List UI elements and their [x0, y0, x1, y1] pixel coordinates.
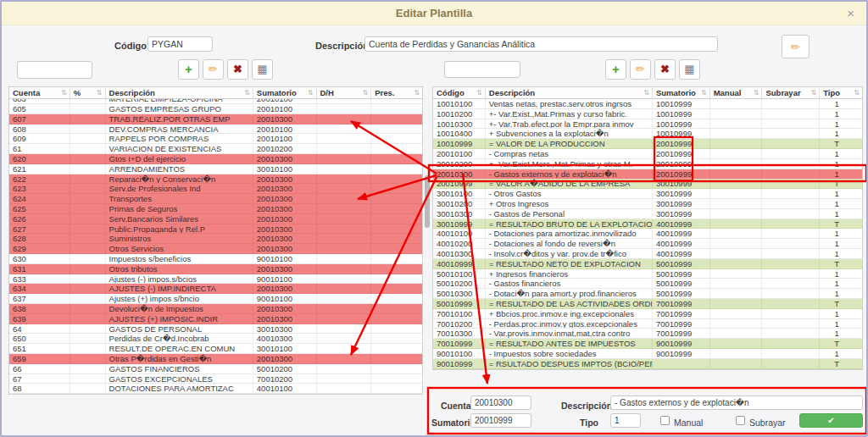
column-header[interactable]: Código⇅ [433, 87, 486, 98]
right-calc-button[interactable]: ▦ [679, 59, 700, 80]
table-row[interactable]: 634AJUSTES (-) IMP.INDIRECTA20010300 [9, 284, 422, 294]
right-add-button[interactable]: + [605, 59, 626, 80]
table-row[interactable]: 628Suministros20010300 [9, 234, 422, 244]
table-row[interactable]: 605GASTOS EMPRESAS GRUPO20010100 [9, 104, 422, 114]
table-row[interactable]: 10010400+ Subvenciones a la explotaci�n1… [433, 129, 862, 139]
table-row[interactable]: 30010300- Gastos de Personal300109991 [433, 209, 862, 219]
table-row[interactable]: 651RESULT.DE OPERAC.EN COMUN30010100 [9, 344, 422, 354]
table-row[interactable]: 637Ajustes (+) impos s/bncio90010100 [9, 294, 422, 304]
template-lines-table-body[interactable]: 10010100Ventas netas, prestac.serv.otros… [433, 99, 862, 369]
sort-icon[interactable]: ⇅ [701, 89, 707, 97]
table-row[interactable]: 638Devoluci�n de Impuestos20010300 [9, 304, 422, 314]
column-header[interactable]: %⇅ [70, 87, 106, 98]
table-row[interactable]: 30010999= RESULTADO BRUTO DE LA EXPLOTAC… [433, 219, 862, 230]
table-row[interactable]: 621ARRENDAMIENTOS30010100 [9, 164, 422, 174]
tipo-input[interactable] [610, 413, 641, 428]
table-row[interactable]: 608DEV.COMPRAS MERCANCIA20010100 [9, 124, 422, 135]
table-row[interactable]: 67GASTOS EXCEPCIONALES70010200 [9, 374, 422, 384]
table-row[interactable]: 66GASTOS FINANCIEROS50010200 [9, 364, 422, 374]
descripcion-input[interactable] [364, 36, 718, 52]
table-row[interactable]: 20010200+- Var.Exist.Merc.,Mat.Primas y … [433, 159, 862, 169]
table-row[interactable]: 90010999= RSULTADO DESPUES IMPTOS (BCIO/… [433, 359, 862, 369]
column-header[interactable]: Subrayar⇅ [762, 87, 820, 98]
table-row[interactable]: 50010999= RESULTADO DE LAS ACTIVIDADES O… [433, 299, 862, 309]
sort-icon[interactable]: ⇅ [308, 89, 314, 97]
column-header[interactable]: D/H⇅ [317, 87, 372, 98]
table-row[interactable]: 30010200+ Otros Ingresos300109991 [433, 199, 862, 209]
table-row[interactable]: 70010999= RESULTADO ANTES DE IMPUESTOS90… [433, 339, 862, 349]
sort-icon[interactable]: ⇅ [810, 89, 816, 97]
column-header[interactable]: Descripción⇅ [106, 87, 253, 98]
table-row[interactable]: 61VARIACION DE EXISTENCIAS20010200 [9, 144, 422, 154]
sort-icon[interactable]: ⇅ [754, 89, 760, 97]
table-row[interactable]: 10010300+- Var.Trab.efect.por la Empr.pa… [433, 119, 862, 130]
left-search-input[interactable] [17, 61, 92, 79]
manual-checkbox[interactable] [660, 416, 670, 425]
column-header[interactable]: Descripción⇅ [486, 87, 653, 98]
table-row[interactable]: 40010200- Dotaciones al fondo de reversi… [433, 239, 862, 249]
close-icon[interactable]: × [847, 2, 854, 25]
table-row[interactable]: 20010999= VALOR A�ADIDO DE LA EMPRESA300… [433, 179, 862, 189]
sort-icon[interactable]: ⇅ [854, 89, 860, 97]
table-row[interactable]: 90010100- Impuestos sobre sociedades9001… [433, 349, 862, 359]
column-header[interactable]: Sumatorio⇅ [253, 87, 317, 98]
left-add-button[interactable]: + [178, 59, 199, 80]
table-row[interactable]: 631Otros tributos20010300 [9, 264, 422, 274]
accounts-table-body[interactable]: 603MATERIAL LIMPIEZA-OFICINA20010100605G… [9, 99, 422, 394]
column-header[interactable]: Pres.⇅ [371, 87, 422, 98]
column-header[interactable]: Sumatorio⇅ [653, 87, 710, 98]
sort-icon[interactable]: ⇅ [97, 89, 103, 97]
left-delete-button[interactable]: ✖ [227, 59, 248, 80]
right-delete-button[interactable]: ✖ [654, 59, 676, 80]
scrollbar-thumb[interactable] [425, 175, 430, 228]
table-row[interactable]: 622Reparaci�n y Conservaci�n20010300 [9, 174, 422, 185]
sort-icon[interactable]: ⇅ [643, 89, 649, 97]
table-row[interactable]: 639AJUSTES (+) IMPOSIC.INDIR20010300 [9, 314, 422, 324]
table-row[interactable]: 50010100+ Ingresos financieros500109991 [433, 269, 862, 279]
edit-template-button[interactable]: ✏ [782, 35, 810, 58]
column-header[interactable]: Tipo⇅ [820, 87, 862, 98]
table-row[interactable]: 609RAPPELS POR COMPRAS20010100 [9, 134, 422, 144]
table-row[interactable]: 623Serv.de Profesionales Ind20010300 [9, 184, 422, 194]
table-row[interactable]: 50010300- Dotaci�n para amort.y prod.fin… [433, 289, 862, 299]
table-row[interactable]: 633Ajustes (-) impos.s/bcios90010100 [9, 274, 422, 285]
left-edit-button[interactable]: ✏ [203, 59, 224, 80]
table-row[interactable]: 659Otras P�rdidas en Gesti�n20010300 [9, 354, 422, 364]
table-row[interactable]: 64GASTOS DE PERSONAL30010300 [9, 324, 422, 335]
subrayar-checkbox[interactable] [736, 416, 745, 425]
table-row[interactable]: 630Impuestos s/beneficios90010100 [9, 254, 422, 264]
left-calc-button[interactable]: ▦ [252, 59, 273, 80]
table-row[interactable]: 627Public.Propaganda y Rel.P20010300 [9, 224, 422, 235]
table-row[interactable]: 20010100- Compras netas200109991 [433, 149, 862, 159]
sort-icon[interactable]: ⇅ [476, 89, 482, 97]
table-row[interactable]: 40010300- Insolv.cr�ditos y var. prov.de… [433, 249, 862, 259]
table-row[interactable]: 10010100Ventas netas, prestac.serv.otros… [433, 99, 862, 109]
table-row[interactable]: 40010999= RESULTADO NETO DE EXPLOTACION5… [433, 259, 862, 269]
table-row[interactable]: 70010100+ Bbcios.proc.inmov.e ing.excepc… [433, 309, 862, 319]
table-row[interactable]: 10010200+- Var.Exist.,Mat.Primas y curso… [433, 109, 862, 119]
table-row[interactable]: 20010300- Gastos externos y de explotaci… [433, 169, 862, 180]
table-row[interactable]: 607TRAB.REALIZ.POR OTRAS EMP20010300 [9, 114, 422, 124]
table-row[interactable]: 50010200- Gastos financieros500109991 [433, 279, 862, 289]
table-row[interactable]: 629Otros Servicios20010300 [9, 244, 422, 254]
codigo-input[interactable] [147, 36, 213, 52]
table-row[interactable]: 620Gtos I+D del ejercicio20010300 [9, 154, 422, 164]
table-row[interactable]: 70010200- Perdas.proc.inmov.y gtos.excep… [433, 319, 862, 329]
column-header[interactable]: Manual⇅ [710, 87, 763, 98]
table-row[interactable]: 30010100- Otros Gastos300109991 [433, 189, 862, 199]
confirm-button[interactable]: ✔ [799, 413, 863, 428]
sumatorio-input[interactable] [470, 413, 531, 428]
right-search-input[interactable] [444, 61, 520, 78]
table-row[interactable]: 70010300- Var.provis.inmov.inmat,mat,ctr… [433, 329, 862, 339]
sort-icon[interactable]: ⇅ [363, 89, 369, 97]
table-row[interactable]: 650Perdidas de Cr�d.Incobrab40010300 [9, 334, 422, 344]
cuenta-input[interactable] [470, 396, 531, 410]
table-row[interactable]: 40010100- Dotaciones para amortizac.inmo… [433, 229, 862, 239]
table-row[interactable]: 626Serv.Bancarios Similares20010300 [9, 214, 422, 224]
sort-icon[interactable]: ⇅ [414, 89, 420, 97]
table-row[interactable]: 624Transportes20010300 [9, 194, 422, 204]
table-row[interactable]: 68DOTACIONES PARA AMORTIZAC40010100 [9, 384, 422, 394]
table-row[interactable]: 625Primas de Seguros20010300 [9, 204, 422, 214]
sort-icon[interactable]: ⇅ [61, 89, 67, 97]
table-row[interactable]: 10010999= VALOR DE LA PRODUCCION20010999… [433, 139, 862, 149]
